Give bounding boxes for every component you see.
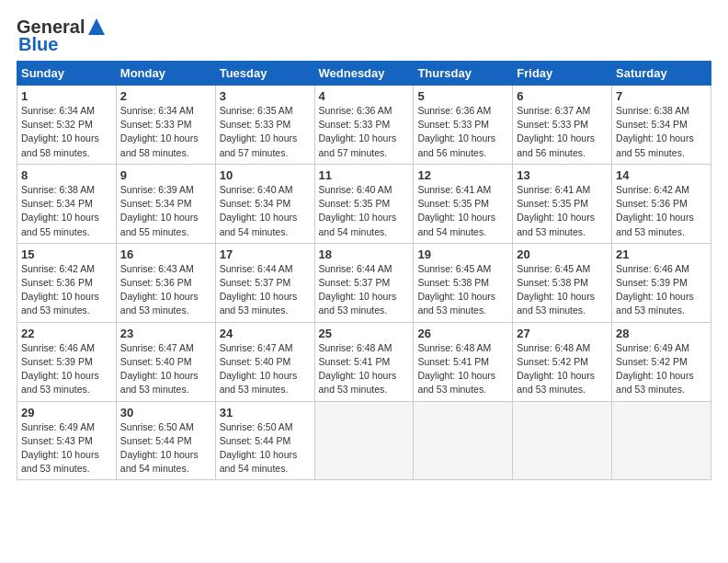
day-number: 19	[417, 247, 508, 261]
weekday-header: Monday	[116, 62, 215, 86]
day-info: Sunrise: 6:50 AMSunset: 5:44 PMDaylight:…	[120, 421, 199, 475]
weekday-header: Tuesday	[215, 62, 314, 86]
calendar-cell: 9 Sunrise: 6:39 AMSunset: 5:34 PMDayligh…	[116, 164, 215, 243]
calendar-cell: 21 Sunrise: 6:46 AMSunset: 5:39 PMDaylig…	[612, 243, 711, 322]
day-info: Sunrise: 6:35 AMSunset: 5:33 PMDaylight:…	[220, 105, 298, 158]
calendar-cell: 29 Sunrise: 6:49 AMSunset: 5:43 PMDaylig…	[17, 401, 117, 480]
calendar-cell: 23 Sunrise: 6:47 AMSunset: 5:40 PMDaylig…	[116, 322, 215, 401]
calendar-cell: 6 Sunrise: 6:37 AMSunset: 5:33 PMDayligh…	[513, 86, 612, 165]
day-info: Sunrise: 6:36 AMSunset: 5:33 PMDaylight:…	[417, 105, 495, 158]
day-number: 11	[319, 168, 410, 182]
calendar-cell: 13 Sunrise: 6:41 AMSunset: 5:35 PMDaylig…	[513, 164, 612, 243]
weekday-header: Sunday	[17, 62, 117, 86]
day-info: Sunrise: 6:40 AMSunset: 5:34 PMDaylight:…	[220, 184, 298, 237]
day-number: 10	[220, 168, 311, 182]
day-info: Sunrise: 6:44 AMSunset: 5:37 PMDaylight:…	[220, 263, 298, 316]
calendar-cell: 30 Sunrise: 6:50 AMSunset: 5:44 PMDaylig…	[116, 401, 215, 480]
calendar-cell	[314, 401, 414, 480]
day-number: 23	[120, 327, 211, 340]
page: General Blue SundayMondayTuesdayWednesda…	[0, 0, 728, 563]
calendar-cell: 5 Sunrise: 6:36 AMSunset: 5:33 PMDayligh…	[414, 86, 513, 165]
weekday-header: Friday	[513, 62, 612, 86]
day-number: 7	[616, 89, 707, 103]
day-info: Sunrise: 6:34 AMSunset: 5:33 PMDaylight:…	[120, 105, 199, 158]
day-number: 14	[616, 168, 707, 182]
day-number: 15	[21, 247, 112, 261]
day-info: Sunrise: 6:43 AMSunset: 5:36 PMDaylight:…	[120, 263, 199, 316]
day-info: Sunrise: 6:47 AMSunset: 5:40 PMDaylight:…	[120, 342, 199, 396]
day-info: Sunrise: 6:37 AMSunset: 5:33 PMDaylight:…	[517, 105, 595, 158]
day-info: Sunrise: 6:39 AMSunset: 5:34 PMDaylight:…	[120, 184, 199, 237]
calendar-cell: 8 Sunrise: 6:38 AMSunset: 5:34 PMDayligh…	[17, 164, 117, 243]
calendar-week-row: 8 Sunrise: 6:38 AMSunset: 5:34 PMDayligh…	[17, 164, 711, 243]
calendar-cell: 28 Sunrise: 6:49 AMSunset: 5:42 PMDaylig…	[612, 322, 711, 401]
day-number: 18	[319, 247, 410, 261]
calendar-week-row: 22 Sunrise: 6:46 AMSunset: 5:39 PMDaylig…	[17, 322, 711, 401]
day-number: 30	[120, 406, 211, 419]
day-number: 6	[517, 89, 608, 103]
day-number: 2	[120, 89, 211, 103]
day-info: Sunrise: 6:42 AMSunset: 5:36 PMDaylight:…	[616, 184, 694, 237]
calendar-cell	[513, 401, 612, 480]
calendar-cell: 14 Sunrise: 6:42 AMSunset: 5:36 PMDaylig…	[612, 164, 711, 243]
day-info: Sunrise: 6:40 AMSunset: 5:35 PMDaylight:…	[319, 184, 397, 237]
day-number: 22	[21, 327, 112, 340]
calendar-cell: 4 Sunrise: 6:36 AMSunset: 5:33 PMDayligh…	[314, 86, 414, 165]
calendar-week-row: 1 Sunrise: 6:34 AMSunset: 5:32 PMDayligh…	[17, 86, 711, 165]
calendar-cell: 10 Sunrise: 6:40 AMSunset: 5:34 PMDaylig…	[215, 164, 314, 243]
day-info: Sunrise: 6:49 AMSunset: 5:42 PMDaylight:…	[616, 342, 694, 396]
day-number: 17	[220, 247, 311, 261]
day-number: 12	[417, 168, 508, 182]
day-info: Sunrise: 6:44 AMSunset: 5:37 PMDaylight:…	[319, 263, 397, 316]
day-info: Sunrise: 6:45 AMSunset: 5:38 PMDaylight:…	[517, 263, 595, 316]
day-info: Sunrise: 6:41 AMSunset: 5:35 PMDaylight:…	[417, 184, 495, 237]
calendar-cell: 3 Sunrise: 6:35 AMSunset: 5:33 PMDayligh…	[215, 86, 314, 165]
day-number: 28	[616, 327, 707, 340]
weekday-header-row: SundayMondayTuesdayWednesdayThursdayFrid…	[17, 62, 711, 86]
day-number: 20	[517, 247, 608, 261]
header: General Blue	[17, 17, 711, 55]
day-info: Sunrise: 6:48 AMSunset: 5:42 PMDaylight:…	[517, 342, 595, 396]
day-number: 13	[517, 168, 608, 182]
calendar-cell: 22 Sunrise: 6:46 AMSunset: 5:39 PMDaylig…	[17, 322, 117, 401]
day-number: 9	[120, 168, 211, 182]
day-number: 8	[21, 168, 112, 182]
day-info: Sunrise: 6:50 AMSunset: 5:44 PMDaylight:…	[220, 421, 298, 475]
day-number: 27	[517, 327, 608, 340]
day-info: Sunrise: 6:45 AMSunset: 5:38 PMDaylight:…	[417, 263, 495, 316]
calendar-cell: 12 Sunrise: 6:41 AMSunset: 5:35 PMDaylig…	[414, 164, 513, 243]
logo: General Blue	[17, 17, 107, 55]
calendar-cell: 7 Sunrise: 6:38 AMSunset: 5:34 PMDayligh…	[612, 86, 711, 165]
day-info: Sunrise: 6:46 AMSunset: 5:39 PMDaylight:…	[21, 342, 99, 396]
calendar: SundayMondayTuesdayWednesdayThursdayFrid…	[17, 61, 711, 480]
day-info: Sunrise: 6:48 AMSunset: 5:41 PMDaylight:…	[417, 342, 495, 396]
day-number: 29	[21, 406, 112, 419]
day-number: 31	[220, 406, 311, 419]
calendar-cell: 25 Sunrise: 6:48 AMSunset: 5:41 PMDaylig…	[314, 322, 414, 401]
day-info: Sunrise: 6:47 AMSunset: 5:40 PMDaylight:…	[220, 342, 298, 396]
day-number: 24	[220, 327, 311, 340]
calendar-cell: 1 Sunrise: 6:34 AMSunset: 5:32 PMDayligh…	[17, 86, 117, 165]
calendar-cell: 15 Sunrise: 6:42 AMSunset: 5:36 PMDaylig…	[17, 243, 117, 322]
day-info: Sunrise: 6:38 AMSunset: 5:34 PMDaylight:…	[21, 184, 99, 237]
calendar-cell	[612, 401, 711, 480]
day-number: 26	[417, 327, 508, 340]
day-info: Sunrise: 6:48 AMSunset: 5:41 PMDaylight:…	[319, 342, 397, 396]
calendar-cell: 27 Sunrise: 6:48 AMSunset: 5:42 PMDaylig…	[513, 322, 612, 401]
logo-blue: Blue	[18, 34, 58, 55]
calendar-cell: 2 Sunrise: 6:34 AMSunset: 5:33 PMDayligh…	[116, 86, 215, 165]
calendar-cell: 11 Sunrise: 6:40 AMSunset: 5:35 PMDaylig…	[314, 164, 414, 243]
calendar-cell	[414, 401, 513, 480]
day-info: Sunrise: 6:49 AMSunset: 5:43 PMDaylight:…	[21, 421, 99, 475]
calendar-cell: 31 Sunrise: 6:50 AMSunset: 5:44 PMDaylig…	[215, 401, 314, 480]
day-info: Sunrise: 6:42 AMSunset: 5:36 PMDaylight:…	[21, 263, 99, 316]
day-number: 21	[616, 247, 707, 261]
calendar-week-row: 29 Sunrise: 6:49 AMSunset: 5:43 PMDaylig…	[17, 401, 711, 480]
day-number: 4	[319, 89, 410, 103]
day-info: Sunrise: 6:46 AMSunset: 5:39 PMDaylight:…	[616, 263, 694, 316]
calendar-cell: 26 Sunrise: 6:48 AMSunset: 5:41 PMDaylig…	[414, 322, 513, 401]
calendar-cell: 17 Sunrise: 6:44 AMSunset: 5:37 PMDaylig…	[215, 243, 314, 322]
svg-marker-0	[88, 18, 105, 35]
calendar-cell: 19 Sunrise: 6:45 AMSunset: 5:38 PMDaylig…	[414, 243, 513, 322]
calendar-cell: 20 Sunrise: 6:45 AMSunset: 5:38 PMDaylig…	[513, 243, 612, 322]
